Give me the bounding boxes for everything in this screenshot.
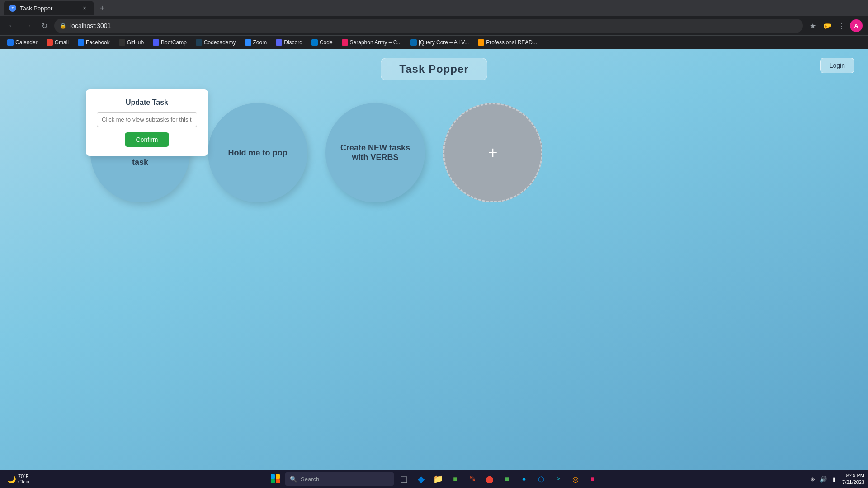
code-icon bbox=[311, 39, 318, 46]
bubble-add[interactable]: + bbox=[443, 103, 542, 202]
bookmark-star-btn[interactable]: ★ bbox=[807, 19, 819, 32]
bubble-hold[interactable]: Hold me to pop bbox=[208, 103, 307, 202]
zoom-icon bbox=[245, 39, 251, 46]
bookmark-discord[interactable]: Discord bbox=[272, 38, 306, 47]
professional-icon bbox=[478, 39, 484, 46]
discord-icon bbox=[276, 39, 282, 46]
bookmark-github[interactable]: GitHub bbox=[115, 38, 147, 47]
bookmarks-bar: Calender Gmail Facebook GitHub BootCamp … bbox=[0, 35, 868, 49]
app-header: Task Popper Login bbox=[0, 49, 868, 80]
facebook-icon bbox=[78, 39, 84, 46]
tab-title: Task Popper bbox=[20, 5, 52, 12]
app-content: Task Popper Login Update Task Confirm Cl… bbox=[0, 49, 868, 470]
bookmark-facebook[interactable]: Facebook bbox=[74, 38, 113, 47]
tab-close-btn[interactable]: × bbox=[80, 4, 89, 12]
address-bar[interactable]: 🔒 localhost:3001 bbox=[54, 19, 803, 33]
bookmark-calender[interactable]: Calender bbox=[4, 38, 41, 47]
update-task-modal: Update Task Confirm bbox=[86, 89, 208, 156]
confirm-button[interactable]: Confirm bbox=[125, 132, 169, 147]
address-text: localhost:3001 bbox=[70, 22, 111, 29]
task-input[interactable] bbox=[97, 112, 197, 127]
lock-icon: 🔒 bbox=[60, 23, 66, 29]
bookmark-code[interactable]: Code bbox=[308, 38, 336, 47]
forward-btn[interactable]: → bbox=[22, 19, 34, 32]
gmail-icon bbox=[47, 39, 53, 46]
bookmark-professional[interactable]: Professional READ... bbox=[474, 38, 541, 47]
bookmark-codecademy[interactable]: Codecademy bbox=[192, 38, 240, 47]
new-tab-btn[interactable]: + bbox=[96, 2, 108, 14]
bookmark-seraphon[interactable]: Seraphon Army – C... bbox=[338, 38, 406, 47]
calender-icon bbox=[7, 39, 14, 46]
reload-btn[interactable]: ↻ bbox=[38, 19, 51, 32]
tab-favicon: T bbox=[9, 5, 16, 12]
profile-btn[interactable]: A bbox=[850, 19, 863, 32]
active-tab[interactable]: T Task Popper × bbox=[4, 1, 94, 15]
codecademy-icon bbox=[196, 39, 202, 46]
bookmark-jquery[interactable]: jQuery Core – All V... bbox=[407, 38, 472, 47]
back-btn[interactable]: ← bbox=[5, 19, 18, 32]
login-button[interactable]: Login bbox=[820, 58, 854, 73]
bookmark-gmail[interactable]: Gmail bbox=[43, 38, 72, 47]
bubble-create[interactable]: Create NEW tasks with VERBS bbox=[326, 103, 425, 202]
bookmark-bootcamp[interactable]: BootCamp bbox=[149, 38, 190, 47]
bookmark-zoom[interactable]: Zoom bbox=[241, 38, 271, 47]
github-icon bbox=[119, 39, 125, 46]
app-title: Task Popper bbox=[381, 58, 487, 80]
modal-title: Update Task bbox=[97, 99, 197, 107]
seraphon-icon bbox=[342, 39, 348, 46]
bootcamp-icon bbox=[153, 39, 159, 46]
jquery-icon bbox=[410, 39, 417, 46]
browser-menu-btn[interactable]: ⋮ bbox=[835, 19, 848, 32]
extension-btn[interactable]: 🤛 bbox=[821, 19, 834, 32]
